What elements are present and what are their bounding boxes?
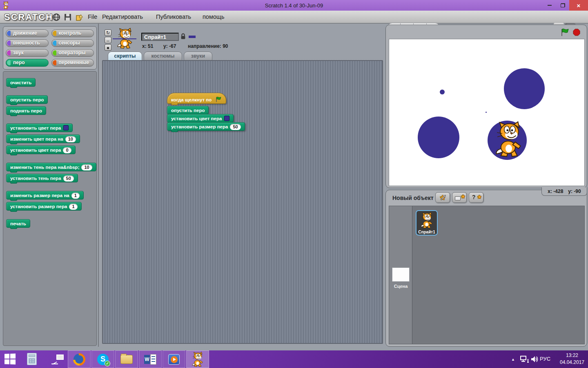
block-label: когда щелкнут по: [171, 97, 212, 102]
palette-block-pen-up[interactable]: поднять перо: [6, 106, 46, 115]
pen-color-swatch[interactable]: [63, 125, 69, 130]
speaker-icon[interactable]: [531, 356, 539, 363]
block-label: установить цвет пера: [171, 116, 222, 121]
category-label: переменные: [59, 60, 89, 65]
rotate-style-free-button[interactable]: ↻: [105, 29, 111, 36]
taskbar-media-player[interactable]: [163, 350, 185, 368]
category-variables[interactable]: переменные: [51, 59, 94, 67]
taskbar-display-settings-icon[interactable]: [51, 355, 64, 364]
rotate-style-none-button[interactable]: [105, 44, 111, 51]
category-sensing[interactable]: сенсоры: [51, 39, 94, 47]
skype-icon: S ✓: [97, 354, 109, 365]
category-label: внешность: [13, 40, 40, 46]
palette-block-set-pen-color-num[interactable]: установить цвет пера0: [6, 146, 76, 154]
palette-block-change-pen-size[interactable]: изменить размер пера на1: [6, 191, 84, 200]
import-sprite-button[interactable]: ★: [452, 192, 467, 203]
sprite-direction-indicator: [189, 36, 196, 38]
stage-sprite-cat[interactable]: [492, 120, 525, 159]
block-number-arg[interactable]: 10: [81, 164, 92, 171]
window-titlebar: Scratch 1.4 of 30-Jun-09 ×: [0, 0, 588, 11]
block-label: печать: [10, 221, 26, 226]
lock-icon[interactable]: [180, 33, 186, 40]
restore-button[interactable]: [556, 0, 569, 11]
taskbar: S ✓ W ▲ РУС: [0, 350, 588, 368]
sprite-name-field[interactable]: [141, 33, 179, 41]
minimize-button[interactable]: [543, 0, 556, 11]
category-label: звук: [13, 50, 24, 56]
tab-sounds[interactable]: звуки: [184, 52, 212, 60]
palette-block-pen-down[interactable]: опустить перо: [6, 95, 48, 104]
category-label: сенсоры: [59, 40, 80, 46]
category-looks[interactable]: внешность: [6, 39, 49, 47]
script-block-set-pen-size[interactable]: установить размер пера50: [167, 122, 245, 131]
close-button[interactable]: ×: [569, 0, 588, 11]
stage-canvas[interactable]: [389, 39, 585, 186]
save-icon[interactable]: [64, 13, 72, 21]
block-label: установить цвет пера: [10, 148, 61, 153]
stop-button[interactable]: [573, 29, 580, 36]
taskbar-skype[interactable]: S ✓: [91, 350, 114, 368]
language-globe-icon[interactable]: [52, 13, 60, 21]
category-pen[interactable]: перо: [6, 59, 49, 67]
script-hat-when-green-flag[interactable]: когда щелкнут по: [167, 93, 226, 104]
sprite-thumbnail-label: Спрайт1: [416, 230, 437, 234]
sprite-thumbnail-selected[interactable]: Спрайт1: [416, 210, 438, 236]
network-icon[interactable]: [520, 356, 529, 363]
palette-block-stamp[interactable]: печать: [6, 219, 30, 228]
tab-label: звуки: [191, 53, 205, 59]
taskbar-firefox[interactable]: [68, 350, 91, 368]
pen-color-swatch[interactable]: [224, 116, 229, 121]
paint-new-sprite-button[interactable]: ★: [435, 192, 450, 203]
menu-edit[interactable]: Редактировать: [102, 13, 143, 20]
tray-expand-button[interactable]: ▲: [511, 357, 515, 361]
block-number-arg[interactable]: 50: [63, 175, 74, 182]
tab-scripts[interactable]: скрипты: [108, 52, 142, 60]
menu-share[interactable]: Публиковать: [156, 13, 191, 20]
sprite-list-panel: Новый объект ★ ★ ? ★ Сцена Спрайт1: [385, 190, 587, 347]
taskbar-word[interactable]: W: [139, 350, 162, 368]
pen-drawing-circle: [440, 90, 445, 94]
green-flag-button[interactable]: [561, 28, 570, 36]
stage-column: Сцена: [389, 206, 412, 344]
block-label: очистить: [10, 80, 31, 85]
skype-online-badge: ✓: [105, 361, 110, 366]
sprite-y-readout: y: -67: [163, 43, 176, 49]
category-motion[interactable]: движение: [6, 29, 49, 37]
stage-thumbnail[interactable]: [392, 267, 410, 282]
block-number-arg[interactable]: 50: [230, 124, 241, 130]
taskbar-scratch[interactable]: [186, 350, 209, 368]
script-block-pen-down[interactable]: опустить перо: [167, 106, 209, 114]
window-title: Scratch 1.4 of 30-Jun-09: [0, 2, 588, 9]
script-block-set-pen-color[interactable]: установить цвет пера: [167, 114, 234, 123]
share-icon[interactable]: [75, 13, 83, 21]
script-panel: ↻ ↔ x: 51 y: -67 направление: 90 скрипты…: [98, 24, 385, 347]
category-operators[interactable]: операторы: [51, 49, 94, 57]
palette-block-change-pen-color[interactable]: изменить цвет пера на10: [6, 135, 80, 143]
block-label: поднять перо: [10, 108, 42, 113]
block-number-arg[interactable]: 0: [63, 147, 71, 153]
taskbar-calculator-icon[interactable]: [27, 353, 37, 365]
block-number-arg[interactable]: 1: [71, 193, 80, 199]
clock[interactable]: 13:22 04.04.2017: [559, 352, 586, 366]
taskbar-folder[interactable]: [115, 350, 138, 368]
language-indicator[interactable]: РУС: [540, 356, 550, 362]
palette-block-change-pen-shade[interactable]: изменить тень пера на&nbsp;10: [6, 163, 96, 171]
menu-file[interactable]: File: [88, 13, 97, 20]
scripts-workspace[interactable]: когда щелкнут по опустить перо установит…: [102, 60, 383, 344]
category-control[interactable]: контроль: [51, 29, 94, 37]
block-number-arg[interactable]: 10: [65, 136, 76, 142]
category-sound[interactable]: звук: [6, 49, 49, 57]
tab-costumes[interactable]: костюмы: [144, 52, 182, 60]
mouse-y: y: -90: [568, 188, 581, 194]
start-button[interactable]: [4, 353, 16, 365]
pen-drawing-circle: [418, 117, 459, 158]
sprite-thumbnail-cat: [419, 212, 434, 229]
block-number-arg[interactable]: 1: [69, 204, 77, 210]
palette-block-set-pen-shade[interactable]: установить тень пера50: [6, 174, 78, 182]
palette-block-clear[interactable]: очистить: [6, 78, 36, 87]
palette-block-set-pen-color[interactable]: установить цвет пера: [6, 123, 73, 132]
menu-help[interactable]: помощь: [203, 13, 224, 20]
rotate-style-flip-button[interactable]: ↔: [105, 37, 111, 43]
surprise-sprite-button[interactable]: ? ★: [469, 192, 483, 203]
palette-block-set-pen-size[interactable]: установить размер пера1: [6, 202, 82, 211]
